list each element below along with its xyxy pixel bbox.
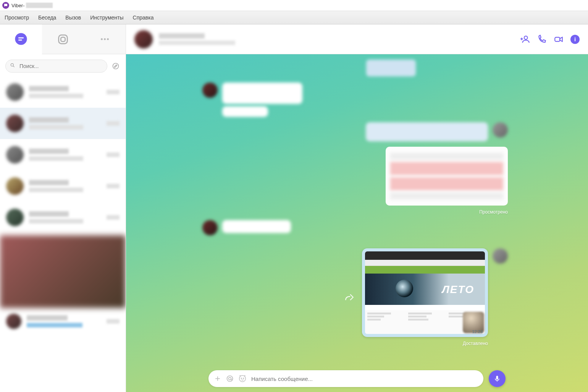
contact-row[interactable] <box>0 202 126 233</box>
status-seen: Просмотрено <box>479 209 508 215</box>
chat-header: i <box>126 24 588 54</box>
sidebar-tabs <box>0 24 126 54</box>
chat-body[interactable]: Просмотрено <box>126 54 588 392</box>
tab-public[interactable] <box>42 24 84 54</box>
contact-list[interactable] <box>0 76 126 392</box>
add-contact-icon[interactable] <box>520 34 530 44</box>
svg-rect-2 <box>18 39 22 40</box>
svg-point-7 <box>113 63 119 69</box>
contact-preview-large[interactable] <box>0 235 126 308</box>
sticker-icon[interactable] <box>238 374 247 383</box>
contact-time <box>107 319 120 324</box>
message-out[interactable]: Просмотрено <box>202 147 508 215</box>
message-input[interactable] <box>251 376 480 382</box>
svg-line-6 <box>13 66 15 67</box>
menu-view[interactable]: Просмотр <box>5 15 29 21</box>
svg-rect-3 <box>58 35 67 44</box>
svg-rect-11 <box>555 37 560 41</box>
message-out[interactable] <box>202 122 508 141</box>
message-out-attachment[interactable]: ЛЕТО 12:23 Доставлено <box>202 248 508 346</box>
chat-subtitle <box>159 40 235 45</box>
more-icon <box>98 33 111 46</box>
avatar <box>6 83 24 101</box>
svg-rect-1 <box>18 37 24 39</box>
attachment-hero-text: ЛЕТО <box>442 283 474 296</box>
info-button[interactable]: i <box>570 35 580 44</box>
window-title: Viber <box>11 3 23 8</box>
contact-time <box>107 184 120 188</box>
svg-point-0 <box>15 33 27 45</box>
search-field[interactable] <box>5 60 107 73</box>
voice-message-button[interactable] <box>489 370 506 387</box>
compose-button[interactable] <box>111 62 120 71</box>
menu-chat[interactable]: Беседа <box>38 15 56 21</box>
window-title-redacted: - <box>23 3 24 8</box>
search-input[interactable] <box>5 60 107 73</box>
sidebar <box>0 24 126 392</box>
window-title-redacted-box <box>26 3 53 8</box>
avatar <box>6 115 24 132</box>
message-avatar <box>202 83 218 98</box>
menubar: Просмотр Беседа Вызов Инструменты Справк… <box>0 11 588 24</box>
video-call-icon[interactable] <box>554 34 564 44</box>
message-avatar <box>493 248 508 264</box>
avatar <box>6 209 24 226</box>
svg-point-16 <box>241 378 242 379</box>
avatar <box>6 146 24 164</box>
contact-row[interactable] <box>0 308 126 335</box>
contact-row[interactable] <box>0 108 126 139</box>
menu-call[interactable]: Вызов <box>65 15 81 21</box>
tab-more[interactable] <box>84 24 126 54</box>
svg-point-5 <box>11 63 13 66</box>
svg-point-8 <box>524 36 528 39</box>
search-icon <box>10 63 15 70</box>
menu-tools[interactable]: Инструменты <box>90 15 123 21</box>
forward-icon[interactable] <box>344 292 354 302</box>
chat-avatar[interactable] <box>134 30 153 49</box>
svg-point-17 <box>243 378 244 379</box>
attach-icon[interactable] <box>214 375 221 382</box>
avatar <box>6 177 24 195</box>
composer-input-pill[interactable] <box>208 370 483 387</box>
voice-call-icon[interactable] <box>537 34 547 44</box>
status-delivered: Доставлено <box>463 341 488 346</box>
message-avatar <box>202 220 218 235</box>
chat-pane: i <box>126 24 588 392</box>
message-in[interactable] <box>202 220 508 235</box>
tab-chats[interactable] <box>0 24 42 54</box>
contact-time <box>107 121 120 126</box>
attachment-timestamp: 12:23 <box>472 329 483 334</box>
message-avatar <box>493 122 508 138</box>
contact-time <box>107 90 120 94</box>
svg-rect-4 <box>61 37 65 41</box>
contact-row[interactable] <box>0 139 126 170</box>
contact-row[interactable] <box>0 76 126 108</box>
window-titlebar: Viber - <box>0 0 588 11</box>
contact-time <box>107 152 120 157</box>
image-attachment[interactable]: ЛЕТО 12:23 <box>362 248 488 337</box>
menu-help[interactable]: Справка <box>133 15 154 21</box>
message-out[interactable] <box>366 60 416 76</box>
avatar <box>6 314 21 329</box>
contact-row[interactable] <box>0 170 126 202</box>
svg-point-15 <box>229 377 231 380</box>
composer <box>126 365 588 392</box>
mention-icon[interactable] <box>226 375 234 382</box>
viber-logo-icon <box>2 2 9 9</box>
chat-title <box>159 33 205 39</box>
svg-rect-18 <box>496 376 498 380</box>
contact-time <box>107 215 120 220</box>
message-in[interactable] <box>202 83 508 117</box>
svg-point-14 <box>227 376 233 382</box>
